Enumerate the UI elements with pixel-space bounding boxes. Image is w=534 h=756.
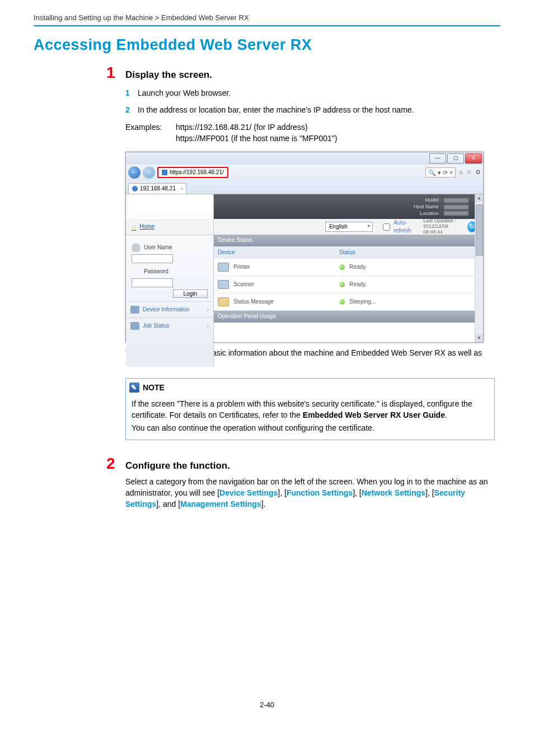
table-row: Printer Ready. xyxy=(213,259,477,276)
status-dot-icon xyxy=(339,299,345,305)
scrollbar[interactable]: ▲ ▼ xyxy=(475,194,483,342)
substep-2-text: In the address or location bar, enter th… xyxy=(138,104,414,115)
sidebar-device-information[interactable]: Device Information › xyxy=(126,301,213,318)
examples-line-2: https://MFP001 (if the host name is "MFP… xyxy=(176,133,338,144)
device-status-table: Device Status Printer Ready. Scanner Rea… xyxy=(213,246,477,311)
col-status: Status xyxy=(335,246,477,259)
device-toolbar: English Auto-refresh Last Updated : 2012… xyxy=(213,219,483,235)
browser-tab[interactable]: 192.168.48.21 × xyxy=(128,183,186,194)
message-icon xyxy=(218,297,229,306)
tab-favicon-icon xyxy=(132,186,138,192)
table-row: Status Message Sleeping... xyxy=(213,293,477,311)
page-title: Accessing Embedded Web Server RX xyxy=(34,36,500,54)
link-network-settings[interactable]: Network Settings xyxy=(362,488,425,497)
username-label: User Name xyxy=(144,244,172,252)
window-maximize-button[interactable]: ▢ xyxy=(447,153,464,164)
window-close-button[interactable]: X xyxy=(465,153,482,164)
password-input[interactable] xyxy=(132,278,173,287)
note-icon xyxy=(129,382,139,393)
step-2-heading: Configure the function. xyxy=(125,460,230,472)
examples-line-1: https://192.168.48.21/ (for IP address) xyxy=(176,122,338,133)
browser-address-bar: ← → https://192.168.48.21/ 🔍 ▾ ⟳ × ⌂ ☆ ⚙ xyxy=(126,165,483,180)
tab-close-icon[interactable]: × xyxy=(181,185,184,193)
username-input[interactable] xyxy=(132,254,173,263)
sidebar-job-status[interactable]: Job Status › xyxy=(126,318,213,334)
back-button[interactable]: ← xyxy=(128,166,140,179)
scroll-up-icon[interactable]: ▲ xyxy=(475,194,483,202)
scanner-icon xyxy=(218,280,229,289)
job-status-icon xyxy=(130,322,139,330)
step-2-number: 2 xyxy=(106,455,125,473)
note-text-1: If the screen "There is a problem with t… xyxy=(132,399,489,421)
sidebar-home-link[interactable]: ⌂ Home xyxy=(126,219,213,235)
section-device-status: Device Status xyxy=(213,235,477,246)
ie-icon xyxy=(162,170,167,175)
language-select[interactable]: English xyxy=(325,222,373,232)
scroll-down-icon[interactable]: ▼ xyxy=(475,334,483,342)
login-button[interactable]: Login xyxy=(173,290,208,298)
breadcrumb: Installing and Setting up the Machine > … xyxy=(34,13,500,25)
url-text: https://192.168.48.21/ xyxy=(170,169,224,177)
forward-button[interactable]: → xyxy=(143,166,155,179)
main-content: Device Status Device Status Printer Read… xyxy=(213,235,477,342)
home-icon: ⌂ xyxy=(132,221,136,232)
substep-1-text: Launch your Web browser. xyxy=(138,87,231,99)
note-box: NOTE If the screen "There is a problem w… xyxy=(125,378,495,440)
addr-favorites-icon[interactable]: ☆ xyxy=(466,168,472,177)
note-text-2: You can also continue the operation with… xyxy=(132,423,489,434)
table-row: Scanner Ready. xyxy=(213,276,477,293)
examples-label: Examples: xyxy=(125,122,176,144)
substep-2-num: 2 xyxy=(125,104,138,115)
user-icon xyxy=(132,243,140,252)
link-device-settings[interactable]: Device Settings xyxy=(219,488,278,497)
device-info-icon xyxy=(130,306,139,314)
chevron-right-icon: › xyxy=(207,306,209,314)
chevron-right-icon: › xyxy=(207,322,209,330)
login-panel: User Name Password Login xyxy=(126,235,213,301)
auto-refresh-checkbox[interactable]: Auto-refresh xyxy=(381,219,415,235)
status-dot-icon xyxy=(339,282,345,287)
url-input[interactable]: https://192.168.48.21/ xyxy=(157,167,228,179)
step-1-heading: Display the screen. xyxy=(125,69,212,81)
sidebar: ⌂ Home User Name Password xyxy=(126,194,214,367)
addr-tools-icon[interactable]: ⚙ xyxy=(475,168,481,177)
last-updated-label: Last Updated : 2012/12/08 08:48:44 xyxy=(423,218,460,235)
window-minimize-button[interactable]: — xyxy=(429,153,446,164)
section-panel-usage: Operation Panel Usage xyxy=(213,311,477,323)
tab-label: 192.168.48.21 xyxy=(140,185,176,193)
addr-search-box[interactable]: 🔍 ▾ ⟳ × xyxy=(425,167,456,178)
password-label: Password xyxy=(144,268,168,276)
col-device: Device xyxy=(213,246,335,259)
step-1-number: 1 xyxy=(106,64,125,82)
scroll-thumb[interactable] xyxy=(476,204,483,256)
window-titlebar: — ▢ X xyxy=(126,152,483,165)
auto-refresh-input[interactable] xyxy=(383,223,390,231)
substep-1-num: 1 xyxy=(125,87,138,99)
browser-screenshot: — ▢ X ← → https://192.168.48.21/ 🔍 ▾ ⟳ ×… xyxy=(125,152,484,343)
link-function-settings[interactable]: Function Settings xyxy=(287,488,353,497)
addr-home-icon[interactable]: ⌂ xyxy=(459,168,463,177)
printer-icon xyxy=(218,263,229,272)
status-dot-icon xyxy=(339,264,345,270)
divider xyxy=(34,25,500,26)
browser-tab-bar: 192.168.48.21 × xyxy=(126,180,483,194)
link-management-settings[interactable]: Management Settings xyxy=(180,500,261,508)
note-label: NOTE xyxy=(143,382,165,393)
page-number: 2-40 xyxy=(34,701,500,709)
